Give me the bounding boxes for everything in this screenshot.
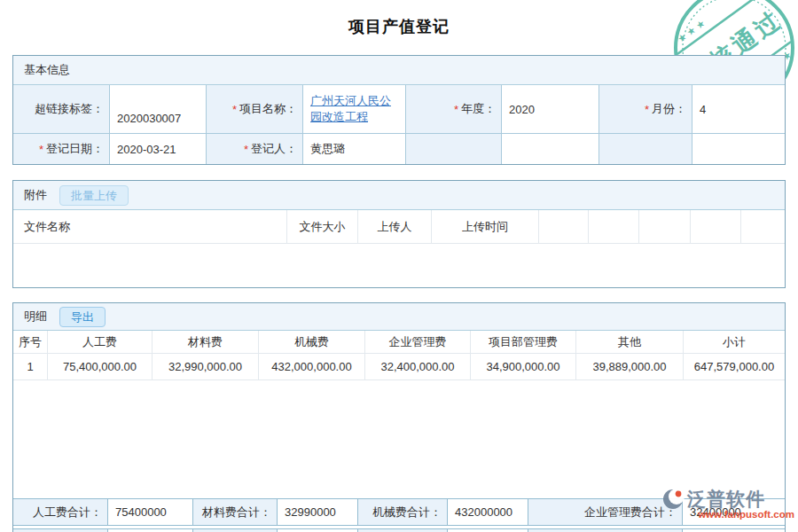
basic-info-title: 基本信息 [24, 62, 70, 78]
basic-info-table: 超链接标签： 2020030007 * 项目名称： 广州天河人民公园改造工程 *… [13, 85, 785, 164]
col-project-dept-mgmt-fee: 项目部管理费 [471, 331, 576, 354]
col-upload-time: 上传时间 [432, 210, 539, 244]
details-header: 明细 导出 [13, 303, 785, 331]
cell-subtotal: 647,579,000.00 [684, 354, 785, 380]
col-other: 其他 [576, 331, 684, 354]
required-asterisk: * [454, 103, 458, 116]
registrant-label: * 登记人： [207, 133, 303, 164]
registrant-value: 黄思璐 [303, 133, 406, 164]
required-asterisk: * [232, 103, 237, 116]
month-label: * 月份： [599, 85, 692, 133]
col-uploader: 上传人 [358, 210, 432, 244]
col-file-size: 文件大小 [287, 210, 358, 244]
material-total-value: 32990000 [278, 499, 358, 525]
totals-row-clipped [13, 528, 785, 532]
vendor-watermark: 泛普软件 www.fanpusoft.com [661, 487, 794, 520]
cell-other: 39,889,000.00 [576, 354, 684, 380]
details-title: 明细 [24, 309, 47, 325]
material-total-label: 材料费合计： [193, 499, 278, 525]
page-title: 项目产值登记 [0, 16, 798, 37]
attachments-header: 附件 批量上传 [13, 181, 785, 210]
empty-label-cell [599, 133, 692, 164]
empty-value-cell [502, 133, 599, 164]
cell-enterprise-mgmt-fee: 32,400,000.00 [365, 354, 471, 380]
col-empty [639, 210, 691, 244]
basic-info-panel: 基本信息 超链接标签： 2020030007 * 项目名称： 广州天河人民公园改… [12, 55, 786, 165]
cell-material-cost: 32,990,000.00 [153, 354, 259, 380]
col-empty [589, 210, 639, 244]
empty-label-cell [406, 133, 502, 164]
attachments-panel: 附件 批量上传 文件名称 文件大小 上传人 上传时间 [12, 180, 786, 288]
project-name-label: * 项目名称： [207, 85, 303, 133]
year-value: 2020 [502, 85, 599, 133]
register-date-value: 2020-03-21 [110, 133, 207, 164]
attachments-table-header: 文件名称 文件大小 上传人 上传时间 [13, 210, 785, 244]
col-seq: 序号 [13, 331, 48, 354]
col-empty [691, 210, 741, 244]
hyperlink-tag-value: 2020030007 [110, 85, 207, 133]
labor-total-value: 75400000 [108, 499, 193, 525]
machinery-total-label: 机械费合计： [358, 499, 448, 525]
details-table-row: 1 75,400,000.00 32,990,000.00 432,000,00… [13, 354, 785, 380]
col-material-cost: 材料费 [153, 331, 259, 354]
vendor-brand: 泛普软件 [687, 487, 765, 512]
col-labor-cost: 人工费 [48, 331, 153, 354]
cell-machinery-cost: 432,000,000.00 [259, 354, 365, 380]
required-asterisk: * [645, 103, 649, 116]
register-date-label: * 登记日期： [13, 133, 110, 164]
required-asterisk: * [244, 143, 248, 156]
details-table-header: 序号 人工费 材料费 机械费 企业管理费 项目部管理费 其他 小计 [13, 331, 785, 354]
vendor-logo-icon [661, 488, 685, 511]
attachments-title: 附件 [24, 187, 47, 203]
attachments-empty-body [13, 244, 785, 287]
export-button[interactable]: 导出 [59, 307, 106, 327]
basic-info-header: 基本信息 [13, 56, 785, 85]
machinery-total-value: 432000000 [448, 499, 528, 525]
project-name-value: 广州天河人民公园改造工程 [303, 85, 406, 133]
empty-value-cell [692, 133, 785, 164]
project-name-link[interactable]: 广州天河人民公园改造工程 [310, 93, 402, 125]
col-enterprise-mgmt-fee: 企业管理费 [365, 331, 471, 354]
batch-upload-button[interactable]: 批量上传 [59, 185, 129, 206]
col-machinery-cost: 机械费 [259, 331, 365, 354]
cell-seq: 1 [13, 354, 48, 380]
col-empty [539, 210, 589, 244]
cell-labor-cost: 75,400,000.00 [48, 354, 153, 380]
month-value: 4 [692, 85, 785, 133]
col-empty [741, 210, 785, 244]
year-label: * 年度： [406, 85, 502, 133]
enterprise-mgmt-total-label: 企业管理费合计： [528, 499, 683, 525]
page: 项目产值登记 ★ ★ ★ ★ ★ ★ 审核通过 基本信息 超链接标签： 2020… [0, 0, 798, 532]
col-subtotal: 小计 [684, 331, 785, 354]
hyperlink-tag-label: 超链接标签： [13, 85, 110, 133]
col-file-name: 文件名称 [13, 210, 287, 244]
required-asterisk: * [39, 143, 43, 156]
labor-total-label: 人工费合计： [13, 499, 108, 525]
cell-project-dept-mgmt-fee: 34,900,000.00 [471, 354, 576, 380]
